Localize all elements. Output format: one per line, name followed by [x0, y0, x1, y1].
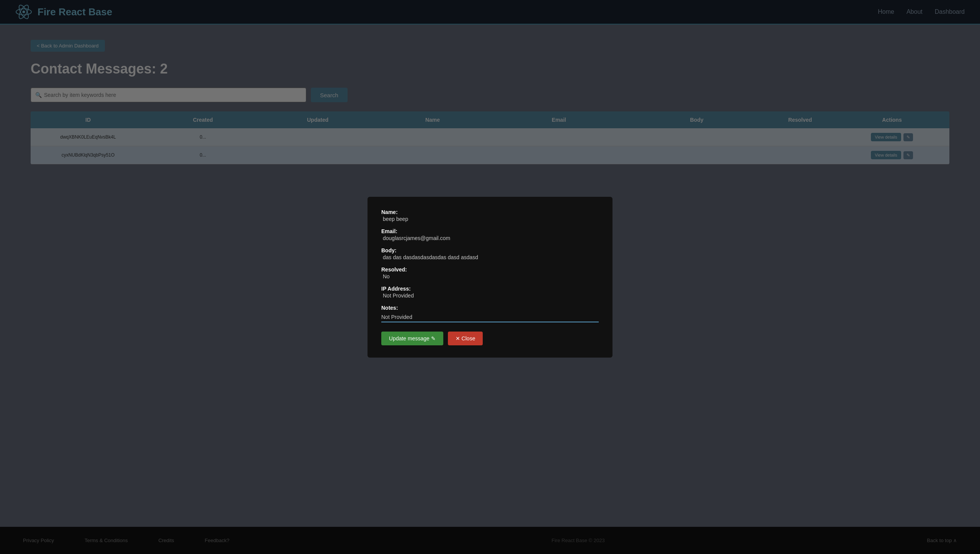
modal-body-value: das das dasdasdasdasdas dasd asdasd — [381, 254, 599, 260]
update-message-button[interactable]: Update message ✎ — [381, 332, 443, 345]
modal-name-field: Name: beep beep — [381, 209, 599, 222]
modal-resolved-field: Resolved: No — [381, 266, 599, 279]
modal-overlay[interactable]: Name: beep beep Email: douglasrcjames@gm… — [0, 0, 980, 554]
modal-ip-value: Not Provided — [381, 293, 599, 299]
modal-email-label: Email: — [381, 228, 599, 234]
modal-email-value: douglasrcjames@gmail.com — [381, 235, 599, 241]
modal-body-field: Body: das das dasdasdasdasdas dasd asdas… — [381, 247, 599, 260]
modal-notes-label: Notes: — [381, 305, 599, 311]
modal-body-label: Body: — [381, 247, 599, 253]
modal: Name: beep beep Email: douglasrcjames@gm… — [368, 197, 612, 358]
close-modal-button[interactable]: ✕ Close — [448, 332, 483, 345]
modal-ip-field: IP Address: Not Provided — [381, 286, 599, 299]
modal-ip-label: IP Address: — [381, 286, 599, 292]
modal-notes-input[interactable] — [381, 312, 599, 322]
modal-name-value: beep beep — [381, 216, 599, 222]
modal-resolved-label: Resolved: — [381, 266, 599, 273]
modal-email-field: Email: douglasrcjames@gmail.com — [381, 228, 599, 241]
modal-actions: Update message ✎ ✕ Close — [381, 332, 599, 345]
modal-resolved-value: No — [381, 273, 599, 279]
modal-notes-field: Notes: — [381, 305, 599, 322]
modal-name-label: Name: — [381, 209, 599, 215]
